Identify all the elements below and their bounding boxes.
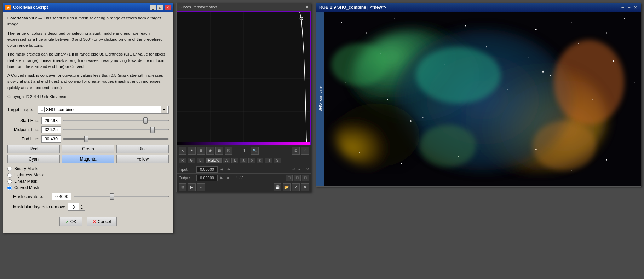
curvature-input[interactable]: 0.4000: [52, 193, 71, 200]
curves-canvas[interactable]: [177, 11, 311, 145]
blue-button[interactable]: Blue: [116, 145, 169, 153]
channel-c[interactable]: c: [257, 158, 263, 163]
binary-mask-radio[interactable]: [7, 167, 12, 171]
output-btn1[interactable]: ⊡: [286, 175, 293, 181]
image-maximize-btn[interactable]: +: [627, 5, 632, 10]
curves-tool-expand[interactable]: ⇱: [225, 147, 232, 155]
midpoint-hue-thumb[interactable]: [150, 127, 155, 133]
yellow-button[interactable]: Yellow: [116, 155, 169, 163]
input-prev-btn[interactable]: ◀: [220, 167, 224, 171]
channel-a[interactable]: a: [240, 158, 247, 163]
curves-tool-zoom[interactable]: 🔍: [251, 147, 259, 155]
curvature-row: Mask curvature: 0.4000: [13, 193, 169, 200]
curved-mask-radio[interactable]: [7, 186, 12, 190]
colormask-restore-btn[interactable]: □: [157, 5, 163, 10]
midpoint-hue-input[interactable]: 326.25: [41, 126, 61, 133]
curves-tool-apply[interactable]: ✓: [301, 147, 309, 155]
cyan-button[interactable]: Cyan: [7, 155, 60, 163]
curves-tool-fit[interactable]: ⊡: [215, 147, 223, 155]
svg-point-27: [486, 46, 487, 47]
curvature-thumb[interactable]: [110, 193, 114, 200]
channel-R[interactable]: R: [179, 158, 186, 163]
curves-bot-btn2[interactable]: ▶: [188, 183, 196, 191]
curves-tool-crosshair[interactable]: +: [188, 147, 196, 155]
colormask-close-btn[interactable]: ✕: [165, 5, 171, 10]
lightness-mask-radio[interactable]: [7, 173, 12, 178]
red-button[interactable]: Red: [7, 145, 60, 153]
svg-point-24: [624, 18, 625, 19]
io-arrow-left[interactable]: ↩: [292, 167, 295, 171]
page-indicator: 1 / 3: [236, 176, 243, 180]
curves-bot-open[interactable]: 📂: [283, 183, 291, 191]
colormask-desc3: The mask created can be Binary (1 if in …: [7, 51, 169, 70]
blur-down-btn[interactable]: ▼: [79, 207, 85, 210]
channel-G[interactable]: G: [188, 158, 195, 163]
target-dropdown[interactable]: □ SHO_combine ▼: [38, 106, 169, 114]
curves-input-number: 1: [239, 147, 249, 155]
channel-B[interactable]: B: [197, 158, 204, 163]
blur-spinner: 0 ▲ ▼: [68, 203, 85, 211]
input-value[interactable]: 0.00000: [196, 166, 218, 173]
image-minimize-btn[interactable]: −: [620, 5, 625, 10]
svg-point-47: [410, 120, 412, 122]
end-hue-track[interactable]: [63, 138, 169, 140]
cancel-x-icon: ✕: [93, 219, 96, 224]
curvature-label: Mask curvature:: [13, 194, 52, 199]
curvature-track[interactable]: [74, 196, 169, 197]
curves-tool-zoom-in[interactable]: ⊕: [206, 147, 214, 155]
svg-point-38: [359, 152, 360, 153]
curves-purple-bar: [177, 142, 310, 145]
input-row: Input: 0.00000 ◀ ⏮ ↩ ↪ ↑ ✕: [177, 165, 311, 174]
curves-toolbar: ↖ + ⊞ ⊕ ⊡ ⇱ 1 🔍 ⊡ ✓: [177, 145, 311, 156]
output-prev-btn[interactable]: ▶: [220, 176, 224, 180]
blur-up-btn[interactable]: ▲: [79, 203, 85, 207]
curves-minimize-btn[interactable]: ─: [300, 5, 303, 10]
output-btn2[interactable]: ⊡: [294, 175, 301, 181]
channel-A[interactable]: A: [223, 158, 230, 163]
curves-tool-arrow[interactable]: ↖: [179, 147, 186, 155]
ok-button[interactable]: ✓ OK: [59, 217, 82, 226]
curves-bot-btn1[interactable]: ⊟: [179, 183, 186, 191]
colormask-minimize-btn[interactable]: _: [150, 5, 156, 10]
magenta-button[interactable]: Magenta: [62, 155, 114, 163]
green-button[interactable]: Green: [62, 145, 114, 153]
midpoint-hue-track[interactable]: [63, 129, 169, 130]
start-hue-track[interactable]: [63, 120, 169, 121]
io-arrow-right[interactable]: ↪: [297, 167, 300, 171]
curves-tool-preview[interactable]: ⊡: [292, 147, 300, 155]
channel-L[interactable]: L: [231, 158, 238, 163]
target-value: SHO_combine: [46, 107, 161, 112]
colormask-copyright: Copyright © 2014 Rick Stevenson.: [7, 94, 169, 100]
curves-tool-grid[interactable]: ⊞: [197, 147, 205, 155]
output-last-btn[interactable]: ⏭: [226, 176, 231, 180]
start-hue-thumb[interactable]: [143, 117, 148, 124]
colormask-win-buttons: _ □ ✕: [150, 5, 171, 10]
output-label: Output:: [179, 176, 194, 180]
linear-mask-radio[interactable]: [7, 179, 12, 184]
image-close-btn[interactable]: ×: [633, 5, 638, 10]
midpoint-hue-row: Midpoint hue: 326.25: [7, 126, 169, 133]
curves-bot-save[interactable]: 💾: [274, 183, 281, 191]
svg-point-17: [395, 18, 395, 19]
curves-bot-x[interactable]: ✕: [301, 183, 309, 191]
cancel-button[interactable]: ✕ Cancel: [87, 217, 117, 226]
svg-point-29: [578, 43, 579, 44]
target-label: Target image:: [7, 107, 36, 112]
channel-S[interactable]: S: [274, 158, 281, 163]
channel-b[interactable]: b: [248, 158, 255, 163]
svg-point-25: [380, 54, 381, 54]
curves-close-btn[interactable]: ✕: [305, 5, 309, 10]
curves-bot-check[interactable]: ✓: [292, 183, 300, 191]
io-arrow-up[interactable]: ↑: [302, 167, 304, 171]
channel-H[interactable]: H: [265, 158, 272, 163]
end-hue-input[interactable]: 30.430: [41, 135, 61, 143]
side-tab[interactable]: SHO_combine: [316, 12, 324, 186]
end-hue-thumb[interactable]: [84, 136, 88, 142]
start-hue-input[interactable]: 292.93: [41, 117, 61, 124]
curves-bot-btn3[interactable]: ○: [197, 183, 205, 191]
output-btn3[interactable]: ⊡: [302, 175, 309, 181]
output-value[interactable]: 0.00000: [196, 175, 218, 181]
channel-RGBK[interactable]: RGB/K: [206, 158, 222, 163]
input-first-btn[interactable]: ⏮: [226, 167, 231, 171]
io-close-btn[interactable]: ✕: [306, 167, 309, 171]
